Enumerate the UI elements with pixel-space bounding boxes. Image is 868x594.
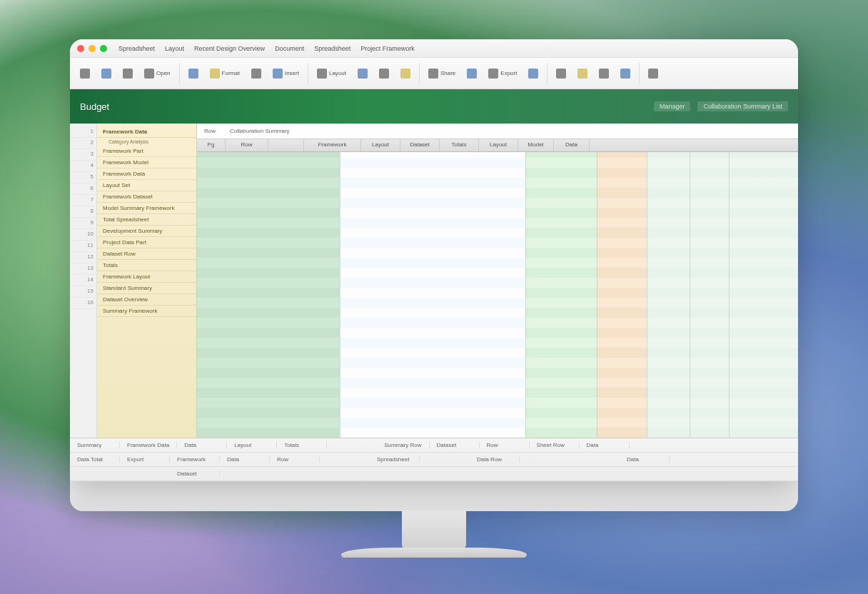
ribbon-button[interactable] bbox=[355, 67, 370, 80]
column-header[interactable]: Layout bbox=[361, 139, 400, 151]
summary-cell: Layout bbox=[227, 442, 277, 448]
row-number[interactable]: 11 bbox=[70, 241, 96, 252]
row-number[interactable]: 3 bbox=[70, 149, 96, 161]
ribbon-label: Format bbox=[222, 70, 240, 76]
tool-icon bbox=[101, 69, 111, 79]
sidebar-item[interactable]: Development Summary bbox=[97, 226, 196, 237]
menu-item[interactable]: Document bbox=[275, 45, 304, 52]
ribbon-button[interactable] bbox=[99, 67, 114, 80]
grid-region-e[interactable] bbox=[647, 152, 798, 438]
sidebar-item[interactable]: Summary Framework bbox=[97, 306, 196, 317]
tool-icon bbox=[358, 69, 368, 79]
ribbon-label: Share bbox=[440, 70, 455, 76]
ribbon-button[interactable] bbox=[398, 67, 413, 80]
sidebar-item[interactable]: Dataset Row bbox=[97, 248, 196, 260]
row-number[interactable]: 9 bbox=[70, 218, 96, 229]
grid-region-c[interactable] bbox=[525, 152, 597, 438]
row-number[interactable]: 16 bbox=[70, 298, 96, 309]
ribbon-button[interactable] bbox=[464, 67, 480, 80]
sidebar-item[interactable]: Layout Set bbox=[97, 180, 196, 191]
row-number[interactable]: 5 bbox=[70, 172, 96, 183]
row-number[interactable]: 10 bbox=[70, 229, 96, 241]
sidebar-item[interactable]: Dataset Overview bbox=[97, 294, 196, 306]
summary-row: SummaryFramework DataDataLayoutTotalsSum… bbox=[70, 438, 798, 453]
menu-item[interactable]: Recent Design Overview bbox=[194, 45, 265, 52]
column-header[interactable]: Layout bbox=[479, 139, 518, 151]
workarea: 12345678910111213141516 Framework Data C… bbox=[70, 124, 798, 438]
ribbon-button[interactable] bbox=[120, 67, 136, 80]
sidebar-item[interactable]: Framework Layout bbox=[97, 271, 196, 283]
column-header[interactable]: Model bbox=[518, 139, 554, 151]
row-number[interactable]: 6 bbox=[70, 183, 96, 195]
column-header[interactable] bbox=[268, 139, 304, 151]
menu-item[interactable]: Layout bbox=[165, 45, 184, 52]
column-header[interactable]: Data bbox=[554, 139, 590, 151]
spreadsheet-grid[interactable]: Row Collaboration Summary PgRowFramework… bbox=[197, 124, 798, 438]
header-chip[interactable]: Collaboration Summary List bbox=[697, 101, 788, 111]
column-header[interactable]: Totals bbox=[440, 139, 479, 151]
ribbon-button[interactable] bbox=[645, 67, 661, 80]
ribbon-button[interactable]: Layout bbox=[314, 67, 349, 80]
ribbon-button[interactable] bbox=[186, 67, 201, 80]
row-number[interactable]: 13 bbox=[70, 263, 96, 275]
menu-item[interactable]: Spreadsheet bbox=[314, 45, 350, 52]
ribbon-label: Open bbox=[156, 70, 171, 76]
column-header[interactable]: Dataset bbox=[400, 139, 440, 151]
ribbon-button[interactable] bbox=[525, 67, 541, 80]
row-number[interactable]: 14 bbox=[70, 275, 96, 286]
grid-region-b[interactable] bbox=[340, 152, 525, 438]
grid-region-a[interactable] bbox=[197, 152, 340, 438]
sidebar-item[interactable]: Framework Model bbox=[97, 157, 196, 168]
row-number[interactable]: 15 bbox=[70, 286, 96, 298]
ribbon-button[interactable] bbox=[248, 67, 264, 80]
ribbon-button[interactable]: Export bbox=[485, 67, 520, 80]
row-number[interactable]: 7 bbox=[70, 195, 96, 206]
row-number[interactable]: 12 bbox=[70, 252, 96, 263]
summary-cell: Data bbox=[620, 456, 670, 463]
row-number[interactable]: 2 bbox=[70, 138, 96, 149]
sidebar-item[interactable]: Total Spreadsheet bbox=[97, 214, 196, 226]
menu-item[interactable]: Project Framework bbox=[360, 45, 415, 52]
column-header[interactable]: Framework bbox=[304, 139, 361, 151]
row-number[interactable]: 4 bbox=[70, 161, 96, 172]
ribbon-button[interactable]: Format bbox=[207, 67, 243, 80]
summary-cell: Summary bbox=[70, 442, 120, 448]
summary-cell: Spreadsheet bbox=[370, 456, 420, 463]
menu-item[interactable]: Spreadsheet bbox=[118, 45, 155, 52]
ribbon-button[interactable] bbox=[575, 67, 590, 80]
summary-cell: Data Row bbox=[470, 456, 520, 463]
ribbon-label: Export bbox=[500, 70, 517, 76]
minimize-icon[interactable] bbox=[89, 45, 96, 52]
sidebar-item[interactable]: Project Data Part bbox=[97, 237, 196, 248]
ribbon-button[interactable] bbox=[596, 67, 612, 80]
tool-icon bbox=[400, 69, 410, 79]
ribbon-button[interactable] bbox=[553, 67, 569, 80]
header-chip[interactable]: Manager bbox=[654, 101, 691, 111]
close-icon[interactable] bbox=[77, 45, 84, 52]
ribbon-button[interactable] bbox=[617, 67, 633, 80]
tool-icon bbox=[648, 69, 658, 79]
tool-icon bbox=[577, 69, 587, 79]
ribbon-button[interactable]: Insert bbox=[270, 67, 302, 80]
grid-region-d[interactable] bbox=[597, 152, 647, 438]
sidebar-item[interactable]: Standard Summary bbox=[97, 283, 196, 294]
maximize-icon[interactable] bbox=[100, 45, 107, 52]
sidebar-item[interactable]: Framework Dataset bbox=[97, 191, 196, 203]
sidebar-item[interactable]: Model Summary Framework bbox=[97, 203, 196, 214]
ribbon-button[interactable] bbox=[376, 67, 392, 80]
row-number[interactable]: 8 bbox=[70, 206, 96, 218]
sidebar-item[interactable]: Framework Part bbox=[97, 146, 196, 157]
ribbon-button[interactable] bbox=[77, 67, 93, 80]
ribbon-button[interactable]: Open bbox=[141, 67, 173, 80]
side-panel: Framework Data Category Analysis Framewo… bbox=[97, 124, 197, 438]
row-number[interactable]: 1 bbox=[70, 126, 96, 138]
ribbon-button[interactable]: Share bbox=[425, 67, 458, 80]
column-header[interactable]: Pg bbox=[197, 139, 226, 151]
grid-body[interactable] bbox=[197, 152, 798, 438]
column-header[interactable]: Row bbox=[226, 139, 268, 151]
tool-icon bbox=[620, 69, 630, 79]
sidebar-item[interactable]: Framework Data bbox=[97, 168, 196, 180]
summary-cell: Summary Row bbox=[377, 442, 429, 448]
tool-icon bbox=[599, 69, 609, 79]
sidebar-item[interactable]: Totals bbox=[97, 260, 196, 271]
